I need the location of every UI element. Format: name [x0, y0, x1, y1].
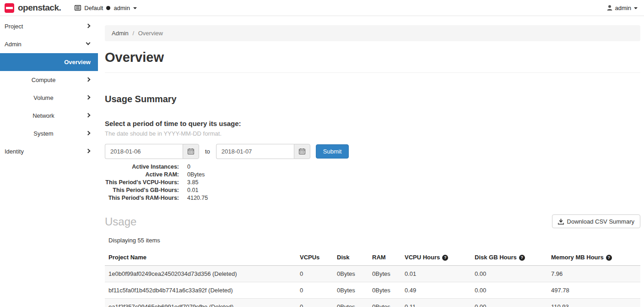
date-to-calendar-button[interactable] — [294, 144, 310, 159]
date-to-input[interactable] — [216, 144, 294, 159]
stat-value: 0.01 — [187, 186, 198, 194]
period-prompt: Select a period of time to query its usa… — [105, 119, 640, 128]
sidebar-item-identity[interactable]: Identity — [0, 143, 98, 160]
item-count: Displaying 55 items — [105, 237, 640, 244]
cell-project-name: ea1f2f357c09465eb6991edf7079efbe (Delete… — [105, 299, 296, 307]
col-header-ram[interactable]: RAM — [368, 249, 401, 266]
help-icon[interactable]: ? — [442, 255, 448, 261]
usage-section-header: Usage Download CSV Summary — [105, 214, 640, 228]
col-label: Disk GB Hours — [475, 254, 517, 261]
cell-project-name: 1e0b0f99af0249cea24502034d73d356 (Delete… — [105, 266, 296, 282]
cell-memory-mb-hours: 110.93 — [547, 299, 640, 307]
caret-down-icon — [133, 7, 137, 9]
sidebar-item-overview[interactable]: Overview — [0, 53, 98, 71]
sidebar-item-admin[interactable]: Admin — [0, 35, 98, 53]
caret-down-icon — [634, 7, 638, 9]
chevron-right-icon — [86, 23, 91, 28]
user-menu[interactable]: admin — [607, 5, 638, 11]
sidebar-item-label: System — [33, 130, 53, 137]
calendar-icon — [299, 148, 305, 154]
openstack-home-link[interactable]: openstack. — [5, 3, 61, 13]
help-icon[interactable]: ? — [606, 255, 612, 261]
stat-label: This Period's VCPU-Hours: — [105, 179, 179, 186]
stat-ram-hours: This Period's RAM-Hours: 4120.75 — [105, 194, 640, 202]
sidebar-item-label: Compute — [32, 77, 56, 83]
sidebar-item-label: Network — [32, 112, 54, 119]
stat-value: 4120.75 — [187, 194, 208, 202]
breadcrumb: Admin / Overview — [105, 25, 640, 41]
user-label: admin — [615, 5, 631, 11]
date-from-group — [105, 144, 199, 159]
col-header-disk[interactable]: Disk — [333, 249, 368, 266]
download-csv-button[interactable]: Download CSV Summary — [552, 214, 640, 228]
table-row: bf11c5fa0f1b452db4b7741a6c33a92f (Delete… — [105, 282, 640, 299]
sidebar-item-label: Admin — [5, 41, 22, 48]
sidebar-item-volume[interactable]: Volume — [0, 89, 98, 107]
col-label: Memory MB Hours — [551, 254, 604, 261]
cell-ram: 0Bytes — [368, 266, 401, 282]
col-label: VCPUs — [300, 254, 319, 261]
main-content: Admin / Overview Overview Usage Summary … — [105, 16, 640, 307]
usage-table: Project Name VCPUs Disk RAM VCPU Hours? — [105, 249, 640, 307]
domain-project-switcher[interactable]: Default admin — [75, 5, 137, 11]
sidebar-item-project[interactable]: Project — [0, 17, 98, 35]
chevron-down-icon — [86, 40, 91, 45]
col-label: RAM — [372, 254, 386, 261]
cell-vcpus: 0 — [296, 266, 333, 282]
stat-label: Active RAM: — [105, 171, 179, 179]
sidebar-item-compute[interactable]: Compute — [0, 71, 98, 89]
cell-vcpus: 0 — [296, 282, 333, 299]
brand-text: openstack. — [18, 3, 61, 13]
cell-disk: 0Bytes — [333, 282, 368, 299]
table-row: 1e0b0f99af0249cea24502034d73d356 (Delete… — [105, 266, 640, 282]
col-header-project-name[interactable]: Project Name — [105, 249, 296, 266]
domain-icon — [75, 5, 81, 11]
sidebar-item-label: Overview — [64, 59, 91, 66]
breadcrumb-separator: / — [132, 30, 134, 37]
project-label: admin — [114, 5, 130, 11]
cell-vcpus: 0 — [296, 299, 333, 307]
cell-project-name: bf11c5fa0f1b452db4b7741a6c33a92f (Delete… — [105, 282, 296, 299]
separator-dot-icon — [106, 6, 110, 10]
openstack-logo-icon — [5, 3, 14, 13]
usage-period-form: to Submit — [105, 144, 640, 159]
date-from-input[interactable] — [105, 144, 183, 159]
page-title: Overview — [105, 49, 640, 66]
stat-value: 0 — [187, 163, 190, 171]
col-label: Project Name — [108, 254, 146, 261]
title-divider — [105, 72, 640, 73]
sidebar-item-system[interactable]: System — [0, 125, 98, 143]
top-navbar: openstack. Default admin admin — [0, 0, 644, 16]
col-header-vcpu-hours[interactable]: VCPU Hours? — [401, 249, 471, 266]
table-row: ea1f2f357c09465eb6991edf7079efbe (Delete… — [105, 299, 640, 307]
calendar-icon — [188, 148, 194, 154]
cell-disk-gb-hours: 0.00 — [471, 282, 547, 299]
stat-label: This Period's RAM-Hours: — [105, 194, 179, 202]
stat-vcpu-hours: This Period's VCPU-Hours: 3.85 — [105, 179, 640, 186]
cell-disk-gb-hours: 0.00 — [471, 299, 547, 307]
usage-stats: Active Instances: 0 Active RAM: 0Bytes T… — [105, 163, 640, 202]
stat-label: This Period's GB-Hours: — [105, 186, 179, 194]
breadcrumb-admin[interactable]: Admin — [112, 30, 129, 37]
cell-disk: 0Bytes — [333, 299, 368, 307]
cell-memory-mb-hours: 7.96 — [547, 266, 640, 282]
stat-label: Active Instances: — [105, 163, 179, 171]
col-header-disk-gb-hours[interactable]: Disk GB Hours? — [471, 249, 547, 266]
help-icon[interactable]: ? — [519, 255, 525, 261]
cell-disk-gb-hours: 0.00 — [471, 266, 547, 282]
chevron-right-icon — [86, 148, 91, 153]
col-header-memory-mb-hours[interactable]: Memory MB Hours? — [547, 249, 640, 266]
breadcrumb-current: Overview — [138, 30, 163, 37]
submit-button[interactable]: Submit — [316, 144, 349, 159]
download-csv-label: Download CSV Summary — [567, 218, 634, 225]
date-from-calendar-button[interactable] — [183, 144, 199, 159]
sidebar-item-network[interactable]: Network — [0, 107, 98, 125]
chevron-right-icon — [86, 113, 91, 117]
stat-value: 0Bytes — [187, 171, 205, 179]
cell-vcpu-hours: 0.11 — [401, 299, 471, 307]
usage-summary-heading: Usage Summary — [105, 93, 640, 104]
chevron-right-icon — [86, 95, 91, 99]
col-label: Disk — [337, 254, 349, 261]
col-header-vcpus[interactable]: VCPUs — [296, 249, 333, 266]
sidebar-item-label: Identity — [5, 148, 24, 155]
